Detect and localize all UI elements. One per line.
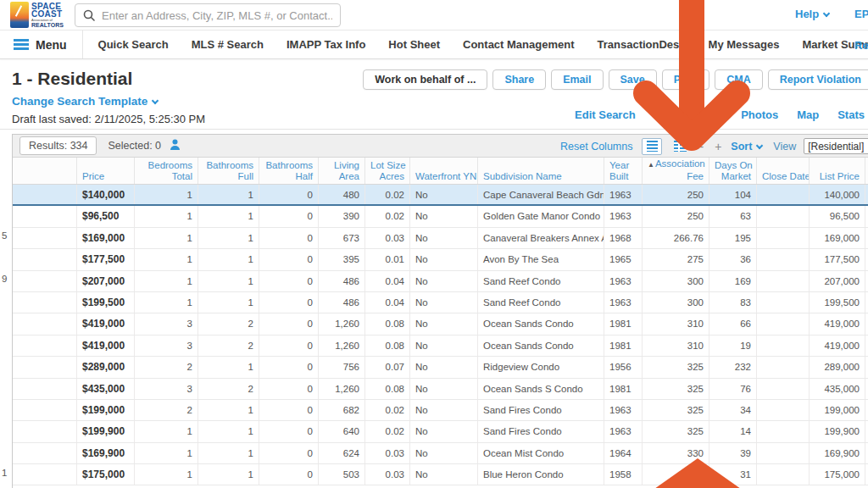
view-link-detail[interactable]: Detail [693,108,722,121]
cell-living_area: 1,260 [319,379,365,399]
table-row[interactable]: $96,5001103900.02NoGolden Gate Manor Con… [13,206,868,227]
cell-lot_acres: 0.03 [365,464,410,485]
nav-item-mls-search[interactable]: MLS # Search [192,38,264,51]
cell-baths_full: 1 [198,185,259,204]
menu-label: Menu [36,38,67,52]
column-header-dom[interactable]: Days OnMarket [709,158,757,184]
nav-item-imapp-tax-info[interactable]: IMAPP Tax Info [287,38,365,51]
account-link[interactable]: EP [854,8,868,20]
save-button[interactable]: Save [609,69,657,90]
table-row[interactable]: $175,0001105030.03NoBlue Heron Condo1958… [13,464,868,485]
view-link-list[interactable]: List [654,108,674,121]
share-button[interactable]: Share [492,69,546,90]
nav-item-my-messages[interactable]: My Messages [709,38,780,51]
email-button[interactable]: Email [551,69,603,90]
cell-beds_total: 1 [135,228,198,248]
font-decrease-button[interactable]: - [698,140,705,153]
person-icon[interactable] [170,138,181,153]
nav-item-contact-management[interactable]: Contact Management [463,38,574,51]
cell-close_date [757,228,810,248]
view-link-stats[interactable]: Stats [837,108,865,121]
cell-close_date [757,206,810,226]
cell-year_built: 1963 [604,292,643,313]
table-row[interactable]: $435,0003201,2600.08NoOcean Sands S Cond… [13,379,868,400]
cell-close_date [757,421,810,441]
draft-saved-text: Draft last saved: 2/11/2025, 5:25:30 PM [12,113,205,125]
results-panel: Results: 334 Selected: 0 Reset Columns -… [12,134,868,488]
app-logo[interactable]: SPACE COAST Association of REALTORS [10,2,66,29]
cell-living_area: 756 [319,357,365,377]
cell-assoc_fee: 266.76 [643,228,709,248]
change-search-template-link[interactable]: Change Search Template [12,95,158,108]
cell-baths_full: 1 [198,400,259,420]
font-increase-button[interactable]: + [713,140,723,153]
nav-item-quick-search[interactable]: Quick Search [98,38,169,51]
column-header-waterfront[interactable]: Waterfront YN [410,158,478,184]
column-header-list_price[interactable]: List Price [810,158,865,184]
nav-item-hot-sheet[interactable]: Hot Sheet [388,38,440,51]
cell-lot_acres: 0.08 [365,336,410,356]
cell-assoc_fee: 275 [643,249,709,269]
column-header-living_area[interactable]: LivingArea [319,158,365,184]
column-header-close_date[interactable]: Close Date [757,158,810,184]
column-header-label: Half [264,171,313,182]
detail-view-toggle-icon[interactable] [670,138,690,155]
global-search-input[interactable] [102,9,332,22]
cell-lot_acres: 0.04 [365,292,410,313]
column-header-baths_full[interactable]: BathroomsFull [198,158,259,184]
column-header-year_built[interactable]: YearBuilt [604,158,643,184]
table-row[interactable]: $419,0003201,2600.08NoOcean Sands Condo1… [13,313,868,335]
column-header-price[interactable]: Price [77,158,135,184]
recent-link[interactable]: Rec [854,39,868,52]
table-row[interactable]: $419,0003201,2600.08NoOcean Sands Condo1… [13,336,868,357]
cma-button[interactable]: CMA [715,69,762,90]
cell-baths_half: 0 [259,336,319,356]
print-button[interactable]: Print [662,69,709,90]
list-view-toggle-icon[interactable] [642,138,662,155]
column-header-assoc_fee[interactable]: ▲AssociationFee [643,158,709,184]
cell-subdivision: Avon By The Sea [478,249,604,269]
column-header-label: Subdivision Name [483,171,598,182]
column-header-baths_half[interactable]: BathroomsHalf [259,158,319,184]
table-row[interactable]: $207,0001104860.04NoSand Reef Condo19633… [13,271,868,292]
cell-year_built: 1968 [604,228,643,248]
sort-button[interactable]: Sort [731,141,762,152]
column-header-label: Close Date [762,171,804,182]
column-header-lot_acres[interactable]: Lot SizeAcres [365,158,410,184]
table-row[interactable]: $169,9001106240.03NoOcean Mist Condo1964… [13,443,868,464]
cell-beds_total: 1 [135,443,198,463]
cell-close_date [757,249,810,269]
table-row[interactable]: $169,0001106730.03NoCanaveral Breakers A… [13,228,868,249]
view-name-input[interactable] [804,138,868,154]
cell-price: $96,500 [77,206,135,226]
table-row[interactable]: $140,0001104800.02NoCape Canaveral Beach… [13,185,868,206]
cell-dom: 39 [709,443,757,463]
table-row[interactable]: $177,5001103950.01NoAvon By The Sea19652… [13,249,868,270]
column-header-select[interactable] [13,158,77,184]
view-link-map[interactable]: Map [797,108,819,121]
nav-item-transactiondesk[interactable]: TransactionDesk [598,38,686,51]
table-row[interactable]: $289,0002107560.07NoRidgeview Condo19563… [13,357,868,378]
reset-columns-link[interactable]: Reset Columns [560,141,632,152]
results-tab[interactable]: Results: 334 [19,136,97,155]
menu-button[interactable]: Menu [0,30,83,58]
cell-beds_total: 1 [135,464,198,485]
cell-lot_acres: 0.03 [365,443,410,463]
table-row[interactable]: $199,9001106400.02NoSand Fires Condo1963… [13,421,868,442]
column-header-line1: Living [324,160,359,171]
help-link[interactable]: Help [795,8,829,20]
table-row[interactable]: $199,5001104860.04NoSand Reef Condo19633… [13,292,868,313]
cell-close_date [757,379,810,399]
table-row[interactable]: $199,0002106820.02NoSand Fires Condo1963… [13,400,868,421]
column-header-subdivision[interactable]: Subdivision Name [478,158,604,184]
cell-waterfront: No [410,185,478,204]
cell-waterfront: No [410,400,478,420]
column-header-beds_total[interactable]: BedroomsTotal [135,158,198,184]
view-link-edit-search[interactable]: Edit Search [575,108,636,121]
work-on-behalf-of-button[interactable]: Work on behalf of ... [363,69,487,90]
view-link-photos[interactable]: Photos [741,108,778,121]
report-violation-button[interactable]: Report Violation [768,69,868,90]
cell-baths_full: 1 [198,357,259,377]
cell-dom: 232 [709,357,757,377]
cell-lot_acres: 0.01 [365,249,410,269]
